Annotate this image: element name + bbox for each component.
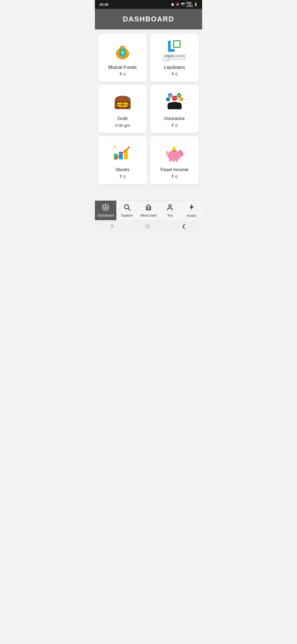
home-button[interactable]: ◻ bbox=[145, 223, 150, 229]
svg-rect-5 bbox=[168, 41, 171, 49]
svg-point-39 bbox=[181, 154, 182, 155]
nav-you-label: You bbox=[167, 214, 173, 217]
fixed-income-value: ₹ 0 bbox=[171, 174, 178, 179]
signal-icon: Vo))LTE1 bbox=[186, 1, 193, 7]
mutual-funds-icon: ₹ bbox=[110, 39, 135, 61]
nav-invest[interactable]: Invest bbox=[181, 201, 202, 220]
status-icons: ⏰ 🔇 Vo))LTE1 🔋 bbox=[171, 1, 198, 7]
card-mutual-funds[interactable]: ₹ Mutual Funds ₹ 0 bbox=[98, 34, 147, 82]
svg-rect-44 bbox=[169, 159, 171, 162]
card-insurance[interactable]: 🚗 🏠 ❤ 👤 ⭐ Insurance ₹ 0 bbox=[150, 85, 199, 133]
nav-dashboard-label: Dashboard bbox=[98, 214, 114, 217]
svg-text:🏠: 🏠 bbox=[169, 94, 172, 97]
svg-point-49 bbox=[105, 205, 106, 206]
mutual-funds-title: Mutual Funds bbox=[108, 65, 137, 70]
svg-point-43 bbox=[172, 147, 175, 150]
battery-icon: 🔋 bbox=[194, 3, 198, 6]
nav-most-used-label: Most Used bbox=[141, 214, 156, 217]
svg-text:🚗: 🚗 bbox=[173, 97, 176, 100]
svg-text:⭐: ⭐ bbox=[180, 99, 182, 101]
nav-explore-label: Explore bbox=[122, 214, 133, 217]
nav-explore[interactable]: Explore bbox=[116, 201, 138, 220]
mutual-funds-value: ₹ 0 bbox=[119, 72, 126, 77]
back-button[interactable]: ❮ bbox=[182, 223, 186, 229]
dashboard-icon bbox=[102, 204, 109, 212]
status-bar: 15:26 ⏰ 🔇 Vo))LTE1 🔋 bbox=[95, 0, 202, 9]
system-nav: ⫴ ◻ ❮ bbox=[95, 220, 202, 232]
svg-text:❤: ❤ bbox=[178, 95, 180, 97]
home-icon bbox=[145, 204, 152, 212]
bolt-icon bbox=[188, 203, 194, 213]
svg-point-13 bbox=[124, 102, 126, 104]
svg-rect-7 bbox=[174, 41, 180, 47]
svg-point-37 bbox=[180, 150, 181, 152]
svg-text:₹: ₹ bbox=[114, 145, 116, 150]
fixed-income-icon bbox=[162, 142, 187, 164]
page-title: DASHBOARD bbox=[95, 15, 202, 23]
svg-rect-45 bbox=[172, 159, 175, 162]
cards-grid: ₹ Mutual Funds ₹ 0 LIQUILOANS For bbox=[98, 34, 199, 184]
svg-point-40 bbox=[182, 154, 183, 155]
mute-icon: 🔇 bbox=[176, 3, 180, 6]
svg-point-48 bbox=[103, 206, 105, 207]
gold-title: Gold bbox=[118, 116, 128, 121]
card-gold[interactable]: Gold 0.00 gm bbox=[98, 85, 147, 133]
gold-icon bbox=[110, 91, 135, 113]
nav-most-used[interactable]: Most Used bbox=[138, 201, 159, 220]
svg-text:₹: ₹ bbox=[121, 51, 124, 56]
stocks-title: Stocks bbox=[116, 167, 130, 173]
svg-point-50 bbox=[107, 206, 108, 207]
fixed-income-title: Fixed Income bbox=[160, 167, 188, 173]
nav-you[interactable]: You bbox=[159, 201, 181, 220]
stocks-icon: ₹ bbox=[110, 142, 135, 164]
card-stocks[interactable]: ₹ Stocks ₹ 0 bbox=[98, 136, 147, 184]
svg-rect-46 bbox=[176, 159, 178, 162]
svg-line-55 bbox=[128, 208, 130, 210]
insurance-icon: 🚗 🏠 ❤ 👤 ⭐ bbox=[162, 91, 187, 113]
card-liquiloans[interactable]: LIQUILOANS For every Borrower, there is … bbox=[150, 34, 199, 82]
alarm-icon: ⏰ bbox=[171, 3, 175, 6]
svg-rect-2 bbox=[119, 48, 126, 50]
recent-apps-button[interactable]: ⫴ bbox=[111, 223, 113, 229]
svg-rect-6 bbox=[168, 49, 175, 52]
insurance-title: Insurance bbox=[164, 116, 185, 121]
main-content: ₹ Mutual Funds ₹ 0 LIQUILOANS For bbox=[95, 29, 202, 203]
svg-rect-17 bbox=[115, 104, 130, 105]
svg-point-0 bbox=[183, 5, 183, 6]
liquiloans-title: Liquiloans bbox=[164, 65, 185, 70]
svg-point-51 bbox=[104, 208, 105, 209]
svg-point-52 bbox=[106, 208, 107, 209]
liquiloans-value: ₹ 0 bbox=[171, 72, 178, 77]
svg-rect-56 bbox=[147, 208, 149, 209]
nav-invest-label: Invest bbox=[187, 214, 196, 218]
stocks-value: ₹ 0 bbox=[119, 174, 126, 179]
time: 15:26 bbox=[99, 2, 108, 7]
wifi-icon bbox=[181, 2, 185, 6]
person-icon bbox=[166, 204, 174, 212]
nav-dashboard[interactable]: Dashboard bbox=[95, 201, 116, 220]
search-icon bbox=[123, 204, 131, 212]
header: DASHBOARD bbox=[95, 9, 202, 29]
svg-point-38 bbox=[181, 153, 182, 154]
svg-point-53 bbox=[105, 207, 106, 208]
svg-point-57 bbox=[169, 204, 171, 207]
svg-text:👤: 👤 bbox=[167, 99, 169, 101]
insurance-value: ₹ 0 bbox=[171, 123, 178, 128]
bottom-nav: Dashboard Explore Most Used You bbox=[95, 200, 202, 220]
gold-value: 0.00 gm bbox=[115, 123, 130, 128]
card-fixed-income[interactable]: Fixed Income ₹ 0 bbox=[150, 136, 199, 184]
liquiloans-icon: LIQUILOANS For every Borrower, there is … bbox=[162, 39, 187, 61]
svg-point-12 bbox=[119, 102, 122, 104]
